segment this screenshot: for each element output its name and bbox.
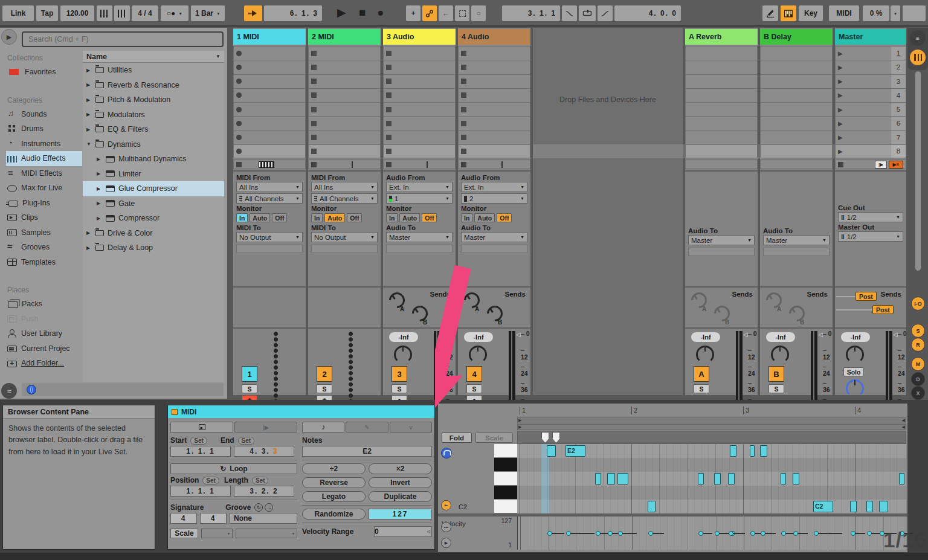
groove-select[interactable]: None	[230, 513, 297, 524]
quantize-menu-icon[interactable]	[97, 5, 112, 21]
clip-slot[interactable]	[458, 102, 530, 116]
set-end-button[interactable]: Set	[238, 437, 255, 445]
track-title-2[interactable]: 2 MIDI	[308, 29, 381, 45]
slot-stop-icon[interactable]	[386, 149, 392, 154]
return-title-b[interactable]: B Delay	[760, 29, 833, 45]
send-b-knob[interactable]	[409, 303, 431, 325]
input-channel-select[interactable]: All Channels▼	[236, 193, 303, 204]
slot-stop-icon[interactable]	[311, 149, 317, 154]
output-select[interactable]: Master▼	[688, 235, 755, 245]
hamburger-menu-button[interactable]: ≡	[910, 30, 926, 46]
draw-mode-button[interactable]	[762, 5, 778, 21]
solo-button-b[interactable]: S	[768, 384, 784, 393]
arrangement-record-mini-button[interactable]: ▶≡	[889, 161, 903, 169]
black-key[interactable]	[494, 486, 517, 500]
chevron-right-icon[interactable]: ▶	[97, 171, 102, 176]
play-button[interactable]: ▶	[337, 4, 346, 21]
piano-keyboard[interactable]	[494, 444, 517, 513]
output-select[interactable]: No Output▼	[311, 232, 378, 242]
output-select[interactable]: No Output▼	[236, 232, 303, 242]
track-title-3[interactable]: 3 Audio	[383, 29, 456, 45]
track-activator-1[interactable]: 1	[242, 366, 257, 382]
send-a-knob[interactable]	[688, 289, 710, 312]
sidebar-item-favorites[interactable]: Favorites	[6, 65, 82, 80]
back-to-arrangement-mini-button[interactable]: |▶	[875, 161, 887, 169]
tab-launch[interactable]: |▶	[234, 422, 297, 433]
scene-slot[interactable]: ▶2	[835, 60, 906, 74]
slot-record-icon[interactable]	[236, 135, 242, 140]
sidebar-item-clips[interactable]: Clips	[6, 210, 82, 225]
monitor-auto-button[interactable]: Auto	[399, 213, 420, 222]
white-key[interactable]	[494, 472, 517, 486]
volume-field[interactable]: -Inf	[464, 332, 493, 342]
white-key[interactable]	[494, 444, 517, 458]
midi-note[interactable]	[730, 445, 736, 457]
scene-slot[interactable]: ▶6	[835, 116, 906, 130]
midi-note[interactable]	[698, 473, 704, 484]
send-b-pre-post-toggle[interactable]: Post	[872, 305, 894, 314]
tree-item-drive-color[interactable]: ▶Drive & Color	[83, 226, 224, 241]
clip-slot[interactable]	[308, 74, 381, 88]
chevron-down-icon[interactable]: ▼	[86, 141, 92, 147]
input-channel-select[interactable]: 2▼	[461, 193, 527, 204]
preview-volume-knob[interactable]	[846, 379, 864, 397]
send-b-knob[interactable]	[484, 303, 506, 325]
chevron-right-icon[interactable]: ▶	[97, 216, 102, 221]
tree-item-utilities[interactable]: ▶Utilities	[83, 63, 224, 78]
midi-note[interactable]	[793, 473, 799, 484]
chevron-right-icon[interactable]: ▶	[86, 112, 92, 117]
div2-button[interactable]: ÷2	[302, 463, 366, 474]
metronome-button[interactable]: ○●▼	[161, 5, 188, 21]
sidebar-item-grooves[interactable]: Grooves	[6, 240, 82, 255]
slot-stop-icon[interactable]	[461, 149, 466, 154]
invert-button[interactable]: Invert	[369, 477, 432, 488]
slot-stop-icon[interactable]	[311, 107, 317, 112]
slot-stop-icon[interactable]	[386, 65, 392, 70]
monitor-in-button[interactable]: In	[236, 213, 248, 222]
send-b-knob[interactable]	[786, 303, 808, 325]
chevron-right-icon[interactable]: ▶	[86, 127, 92, 132]
toggle-track-delay[interactable]: D	[911, 372, 925, 386]
sidebar-item-user-library[interactable]: User Library	[6, 326, 82, 341]
sidebar-item-samples[interactable]: Samples	[6, 225, 82, 240]
white-key[interactable]	[494, 500, 517, 513]
return-activator-b[interactable]: B	[768, 366, 784, 382]
toggle-mixer[interactable]: M	[911, 357, 925, 371]
send-a-knob[interactable]	[763, 289, 785, 312]
quantization-select[interactable]: 1 Bar▼	[191, 5, 225, 21]
monitor-auto-button[interactable]: Auto	[250, 213, 270, 222]
solo-button-1[interactable]: S	[242, 384, 257, 393]
slot-stop-icon[interactable]	[311, 135, 317, 140]
send-b-knob[interactable]	[711, 303, 733, 325]
midi-map-mode-button[interactable]: MIDI	[829, 5, 859, 21]
volume-handle-icon[interactable]: ◁	[743, 331, 748, 338]
chevron-right-icon[interactable]: ▶	[86, 97, 92, 103]
midi-note[interactable]	[781, 473, 786, 484]
tree-item-glue-compressor[interactable]: ▶Glue Compressor	[83, 181, 224, 196]
input-channel-select[interactable]: 1▼	[386, 193, 453, 204]
output-select[interactable]: Master▼	[386, 232, 453, 242]
scene-slot[interactable]: ▶8	[835, 144, 906, 158]
scene-launch-icon[interactable]: ▶	[838, 50, 843, 57]
sidebar-item-templates[interactable]: Templates	[6, 255, 82, 270]
arrangement-position-field[interactable]: 6. 1. 3	[264, 5, 322, 21]
volume-handle-icon[interactable]: ◁	[893, 331, 898, 338]
note-marker-flag[interactable]	[541, 432, 549, 443]
slot-record-icon[interactable]	[236, 92, 242, 98]
clip-slot[interactable]	[383, 74, 456, 88]
slot-stop-icon[interactable]	[386, 92, 392, 98]
tree-item-multiband-dynamics[interactable]: ▶Multiband Dynamics	[83, 152, 224, 167]
groove-hotswap-icon[interactable]: ↻	[254, 503, 263, 512]
clip-slot[interactable]	[233, 74, 306, 88]
pan-knob[interactable]	[846, 346, 864, 364]
reverse-button[interactable]: Reverse	[302, 477, 366, 488]
slot-stop-icon[interactable]	[461, 121, 466, 126]
midi-note[interactable]	[760, 445, 767, 457]
solo-cue-button[interactable]: Solo	[843, 367, 864, 376]
output-select[interactable]: Master▼	[763, 235, 830, 245]
punch-out-button[interactable]	[598, 5, 613, 21]
scene-slot[interactable]: ▶1	[835, 46, 906, 60]
loop-brace-top[interactable]: ▶◀	[517, 417, 906, 423]
midi-note[interactable]	[617, 473, 628, 484]
clip-slot[interactable]	[308, 130, 381, 144]
